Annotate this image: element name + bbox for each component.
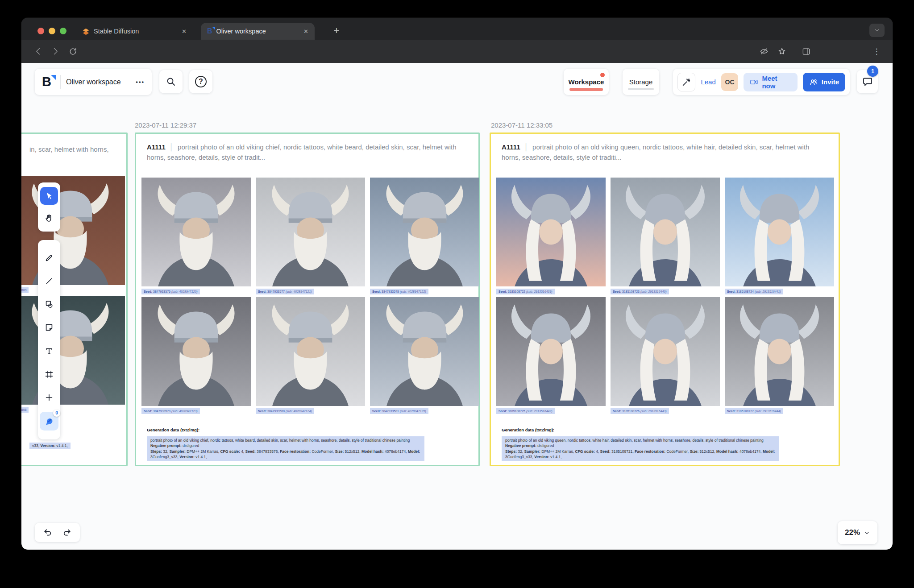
help-button[interactable]: ? — [189, 70, 212, 93]
generation-data-block: portrait photo of an old viking chief, n… — [147, 436, 424, 461]
assistant-button[interactable]: 0 — [40, 412, 58, 431]
zoom-level-control[interactable]: 22% — [838, 521, 877, 544]
seed-chip: Seed: 3847933577 (sub: 4028947121) — [256, 289, 314, 294]
tab-storage[interactable]: Storage — [623, 69, 659, 95]
add-tool[interactable] — [40, 389, 58, 406]
generated-image[interactable]: 96808 — [21, 296, 125, 413]
generation-data-block: portrait photo of an old viking queen, n… — [502, 436, 779, 461]
pencil-icon — [44, 253, 54, 263]
browser-tab-oliver-workspace[interactable]: B Oliver workspace ✕ — [201, 23, 315, 40]
text-tool[interactable] — [40, 342, 58, 360]
generated-image[interactable]: Seed: 3185108726 (sub: 2913516443) — [611, 297, 720, 414]
history-bar — [35, 523, 80, 542]
generated-image[interactable]: Seed: 3847933577 (sub: 4028947121) — [256, 178, 365, 294]
close-window-button[interactable] — [37, 28, 44, 34]
shapes-tool[interactable] — [40, 295, 58, 313]
sticky-note-tool[interactable] — [40, 319, 58, 336]
generated-image[interactable]: Seed: 3847933576 (sub: 4028947120) — [141, 178, 251, 294]
select-tool[interactable] — [40, 187, 58, 205]
card-prompt: A1111│portrait photo of an old viking qu… — [502, 142, 825, 163]
generator-label: A1111 — [147, 143, 166, 151]
generation-card-viking-queen[interactable]: A1111│portrait photo of an old viking qu… — [490, 133, 840, 466]
browser-tab-strip: Stable Diffusion ✕ B Oliver workspace ✕ … — [21, 18, 893, 40]
generated-image[interactable]: Seed: 3847933581 (sub: 4028947125) — [370, 297, 479, 414]
frame-tool[interactable] — [40, 365, 58, 383]
seed-chip: Seed: 3185108723 (sub: 2913516440) — [611, 289, 669, 294]
workspace-titlebar[interactable]: B Oliver workspace ••• — [35, 69, 152, 95]
seed-chip: Seed: 3185108726 (sub: 2913516443) — [611, 408, 669, 414]
generation-params: Steps: 32, Sampler: DPM++ 2M Karras, CFG… — [505, 449, 776, 460]
seed-chip: Seed: 3847933581 (sub: 4028947125) — [370, 408, 428, 414]
back-icon[interactable] — [33, 46, 44, 57]
seed-chip: Seed: 3185108725 (sub: 2913516442) — [496, 408, 555, 414]
lead-button[interactable]: Lead — [701, 78, 715, 86]
assistant-badge: 0 — [53, 410, 60, 417]
browser-tab-stable-diffusion[interactable]: Stable Diffusion ✕ — [76, 23, 193, 40]
frame-icon — [44, 369, 54, 379]
bluescape-logo: B — [42, 75, 51, 88]
generation-prompt: portrait photo of an old viking chief, n… — [150, 438, 421, 443]
pan-tool[interactable] — [40, 209, 58, 227]
card-timestamp: 2023-07-11 12:33:05 — [491, 121, 553, 129]
line-tool[interactable] — [40, 272, 58, 290]
forward-icon[interactable] — [50, 46, 61, 57]
workspace-menu-dots[interactable]: ••• — [136, 79, 145, 85]
bookmark-star-icon[interactable] — [777, 46, 787, 57]
generated-image[interactable]: Seed: 3185108727 (sub: 2913516444) — [725, 297, 834, 414]
comments-badge: 1 — [867, 66, 878, 77]
zoom-window-button[interactable] — [60, 28, 66, 34]
image-grid: Seed: 3185108722 (sub: 2913516439)Seed: … — [496, 178, 834, 414]
bluescape-favicon: B — [207, 28, 212, 35]
pencil-tool[interactable] — [40, 249, 58, 267]
undo-icon[interactable] — [43, 527, 53, 538]
invite-button[interactable]: Invite — [803, 73, 845, 91]
generated-image[interactable]: Seed: 3185108723 (sub: 2913516440) — [611, 178, 720, 294]
help-icon: ? — [195, 76, 207, 87]
generated-image[interactable]: Seed: 3185108722 (sub: 2913516439) — [496, 178, 606, 294]
generated-image[interactable]: Seed: 3847933579 (sub: 4028947123) — [141, 297, 251, 414]
tab-close-icon[interactable]: ✕ — [182, 28, 187, 35]
generation-data-heading: Generation data (txt2img): — [502, 427, 554, 432]
password-eye-off-icon[interactable] — [759, 46, 769, 57]
stable-diffusion-favicon — [82, 28, 90, 35]
people-icon — [809, 78, 818, 87]
seed-chip: Seed: 3185108727 (sub: 2913516444) — [725, 408, 783, 414]
traffic-lights — [37, 28, 66, 34]
generation-card-viking-chief[interactable]: A1111│portrait photo of an old viking ch… — [135, 133, 480, 466]
generated-image[interactable]: Seed: 3847933580 (sub: 4028947124) — [256, 297, 365, 414]
redo-icon[interactable] — [62, 527, 72, 538]
generated-image[interactable]: Seed: 3185108725 (sub: 2913516442) — [496, 297, 606, 414]
search-button[interactable] — [159, 70, 183, 93]
workspace-notification-dot — [600, 73, 605, 77]
meet-now-label: Meet now — [762, 75, 791, 90]
meet-now-button[interactable]: Meet now — [744, 73, 798, 91]
new-tab-button[interactable]: + — [329, 24, 344, 38]
generated-image[interactable]: 96803 — [21, 176, 125, 293]
user-avatar[interactable]: OC — [721, 73, 738, 91]
bluescape-canvas-page: B Oliver workspace ••• ? Workspace Stora… — [21, 63, 893, 550]
generation-prompt: portrait photo of an old viking queen, n… — [505, 438, 776, 443]
minimize-window-button[interactable] — [49, 28, 55, 34]
image-grid: 9680396808 — [21, 176, 125, 413]
tab-label: Oliver workspace — [216, 28, 300, 35]
text-icon — [44, 346, 54, 356]
divider — [60, 75, 61, 89]
generated-image[interactable]: Seed: 3847933578 (sub: 4028947122) — [370, 178, 479, 294]
storage-progress-bar — [628, 88, 654, 90]
browser-menu-icon[interactable]: ⋮ — [871, 46, 882, 57]
generation-card-left-partial[interactable]: in, scar, helmet with horns, 9680396808 … — [21, 133, 128, 466]
seed-chip: Seed: 3847933578 (sub: 4028947122) — [370, 289, 428, 294]
tab-close-icon[interactable]: ✕ — [303, 28, 308, 35]
reload-icon[interactable] — [67, 46, 78, 57]
tab-workspace[interactable]: Workspace — [564, 69, 609, 95]
side-panel-icon[interactable] — [801, 46, 811, 57]
invite-label: Invite — [822, 78, 839, 86]
workspace-title: Oliver workspace — [66, 78, 130, 86]
generation-data-heading: Generation data (txt2img): — [147, 427, 199, 432]
generated-image[interactable]: Seed: 3185108724 (sub: 2913516441) — [725, 178, 834, 294]
divider: │ — [170, 143, 174, 151]
laser-pointer-button[interactable] — [677, 73, 695, 91]
tab-list-chevron-icon[interactable] — [869, 24, 885, 37]
tab-label: Stable Diffusion — [94, 28, 178, 35]
video-camera-icon — [750, 78, 758, 87]
